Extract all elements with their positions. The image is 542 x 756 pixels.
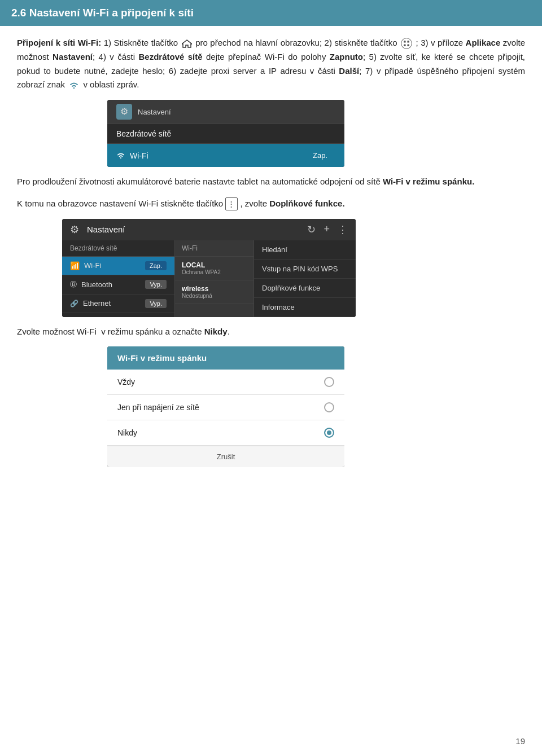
mock2-right-panel: Hledání Vstup na PIN kód WPS Doplňkové f… [254,240,356,317]
menu-dots-icon: ⋮ [225,197,238,210]
mock2-menu-search[interactable]: Hledání [254,240,356,260]
mock2-header: ⚙ Nastavení ↻ + ⋮ [62,219,356,240]
mock1-header-row: ⚙ Nastavení [107,100,344,124]
mock3-never-label: Nikdy [117,428,137,437]
mock3-option-power[interactable]: Jen při napájení ze sítě [107,395,344,420]
mock2-menu-extra[interactable]: Doplňkové funkce [254,279,356,298]
svg-rect-4 [408,44,410,46]
mock-screen-2: ⚙ Nastavení ↻ + ⋮ Bezdrátové sítě 📶 Wi-F… [62,219,356,317]
mock2-menu-wps[interactable]: Vstup na PIN kód WPS [254,260,356,279]
mock2-network-local[interactable]: LOCAL Ochrana WPA2 [175,257,253,280]
mock2-menu-info[interactable]: Informace [254,298,356,317]
page-number: 19 [515,736,525,746]
mock2-ethernet-label: Ethernet [83,299,111,307]
more-icon: ⋮ [338,223,348,236]
svg-rect-2 [408,41,410,43]
svg-rect-3 [404,44,406,46]
mock-screen-1: ⚙ Nastavení Bezdrátové sítě Wi-Fi Zap. [107,100,344,167]
mock2-wireless-section: Bezdrátové sítě [62,240,174,257]
home-icon [182,39,192,48]
mock3-cancel-label: Zrušit [217,452,235,461]
mock2-header-icons: ↻ + ⋮ [307,223,348,236]
mock1-wifi-row: Wi-Fi Zap. [107,144,344,167]
mock2-network-wireless[interactable]: wireless Nedostupná [175,280,253,304]
wifi-status-icon [69,81,79,89]
refresh-icon: ↻ [307,223,316,236]
bluetooth-icon: Ⓑ [70,280,77,289]
mock2-settings-icon: ⚙ [70,223,79,236]
mock2-left-panel: Bezdrátové sítě 📶 Wi-Fi Zap. Ⓑ Bluetooth… [62,240,175,317]
intro-paragraph: Připojení k síti Wi-Fi: 1) Stiskněte tla… [17,36,525,92]
mock2-network-local-sub: Ochrana WPA2 [182,269,247,275]
mock2-nav-wifi[interactable]: 📶 Wi-Fi Zap. [62,257,174,275]
mock1-wifi-label: Wi-Fi [130,151,148,160]
section-header-title: 2.6 Nastavení Wi-Fi a připojení k síti [11,7,194,19]
grid-icon [401,38,412,49]
mock2-bluetooth-toggle[interactable]: Vyp. [145,280,167,289]
mock1-wireless-row: Bezdrátové sítě [107,124,344,144]
section-header: 2.6 Nastavení Wi-Fi a připojení k síti [0,0,542,26]
mock2-bluetooth-label: Bluetooth [81,280,112,289]
mock2-wifi-toggle[interactable]: Zap. [145,261,167,270]
mock2-wifi-label: Wi-Fi [84,261,101,270]
mock-screen-3: Wi-Fi v režimu spánku Vždy Jen při napáj… [107,346,344,467]
mock3-never-radio[interactable] [324,428,334,438]
wifi-nav-icon: 📶 [70,261,80,270]
mock1-zap-button[interactable]: Zap. [305,149,335,162]
paragraph-menu: K tomu na obrazovce nastavení Wi-Fi stis… [17,197,525,211]
mock2-network-wireless-name: wireless [182,285,247,293]
mock2-network-local-name: LOCAL [182,261,247,269]
mock2-middle-panel: Wi-Fi LOCAL Ochrana WPA2 wireless Nedost… [175,240,254,317]
mock2-nav-bluetooth[interactable]: Ⓑ Bluetooth Vyp. [62,275,174,295]
paragraph-battery: Pro prodloužení životnosti akumulátorové… [17,175,525,189]
svg-rect-1 [404,41,406,43]
mock3-option-always[interactable]: Vždy [107,370,344,395]
paragraph-sleep: Zvolte možnost Wi-Fi v režimu spánku a o… [17,325,525,339]
ethernet-icon: 🔗 [70,300,78,307]
mock2-nav-ethernet[interactable]: 🔗 Ethernet Vyp. [62,295,174,313]
mock3-always-label: Vždy [117,377,135,386]
mock3-power-radio[interactable] [324,402,334,412]
mock2-title: Nastavení [87,225,125,234]
svg-marker-0 [182,40,192,47]
mock2-body: Bezdrátové sítě 📶 Wi-Fi Zap. Ⓑ Bluetooth… [62,240,356,317]
settings-icon: ⚙ [116,104,132,120]
add-icon: + [324,223,330,236]
mock2-ethernet-toggle[interactable]: Vyp. [145,299,167,308]
mock3-header: Wi-Fi v režimu spánku [107,346,344,370]
mock1-wireless-label: Bezdrátové sítě [116,129,171,138]
mock1-title: Nastavení [138,108,171,116]
mock2-network-wireless-sub: Nedostupná [182,293,247,299]
wifi-icon-mock1 [116,152,125,159]
mock3-footer[interactable]: Zrušit [107,446,344,467]
mock3-power-label: Jen při napájení ze sítě [117,403,199,412]
mock3-option-never[interactable]: Nikdy [107,420,344,446]
mock3-always-radio[interactable] [324,377,334,387]
mock2-wifi-section-label: Wi-Fi [175,240,253,257]
